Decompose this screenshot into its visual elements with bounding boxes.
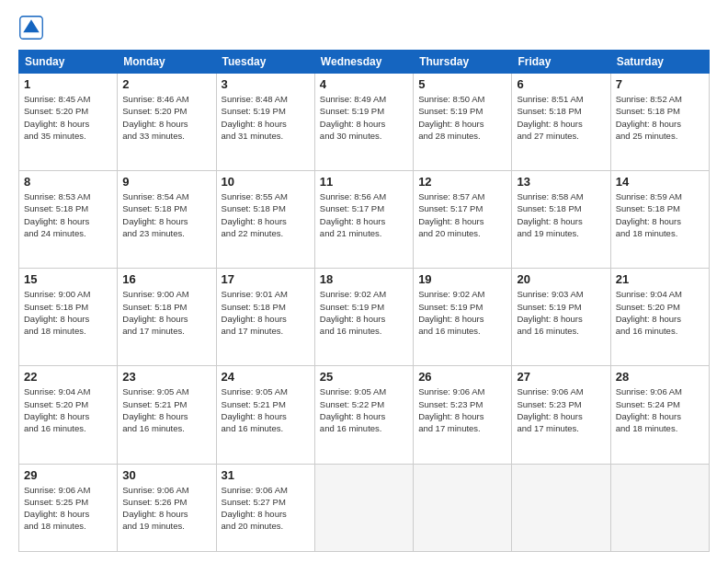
day-number: 12	[418, 175, 506, 189]
calendar-cell: 22Sunrise: 9:04 AMSunset: 5:20 PMDayligh…	[19, 366, 118, 464]
day-info: Sunrise: 9:01 AMSunset: 5:18 PMDaylight:…	[222, 288, 310, 337]
day-info: Sunrise: 9:06 AMSunset: 5:27 PMDaylight:…	[222, 484, 310, 533]
day-number: 16	[122, 272, 210, 286]
calendar-cell: 7Sunrise: 8:52 AMSunset: 5:18 PMDaylight…	[610, 74, 709, 171]
logo	[18, 15, 48, 40]
calendar-cell: 20Sunrise: 9:03 AMSunset: 5:19 PMDayligh…	[512, 269, 610, 366]
day-info: Sunrise: 9:06 AMSunset: 5:25 PMDaylight:…	[24, 484, 112, 533]
weekday-header: Tuesday	[216, 51, 314, 74]
day-number: 29	[24, 468, 112, 482]
day-info: Sunrise: 8:55 AMSunset: 5:18 PMDaylight:…	[222, 190, 310, 239]
logo-icon	[18, 15, 44, 40]
day-number: 2	[122, 77, 210, 91]
day-number: 15	[24, 272, 112, 286]
day-info: Sunrise: 9:06 AMSunset: 5:24 PMDaylight:…	[616, 385, 704, 434]
calendar-cell: 13Sunrise: 8:58 AMSunset: 5:18 PMDayligh…	[512, 171, 610, 269]
day-number: 11	[320, 175, 408, 189]
calendar-cell: 8Sunrise: 8:53 AMSunset: 5:18 PMDaylight…	[19, 171, 118, 269]
calendar-cell	[512, 464, 610, 552]
weekday-header: Thursday	[414, 51, 512, 74]
calendar-cell: 14Sunrise: 8:59 AMSunset: 5:18 PMDayligh…	[610, 171, 709, 269]
day-info: Sunrise: 8:46 AMSunset: 5:20 PMDaylight:…	[122, 93, 210, 142]
day-info: Sunrise: 9:00 AMSunset: 5:18 PMDaylight:…	[122, 288, 210, 337]
day-info: Sunrise: 8:48 AMSunset: 5:19 PMDaylight:…	[222, 93, 310, 142]
weekday-header: Friday	[512, 51, 610, 74]
calendar-cell: 9Sunrise: 8:54 AMSunset: 5:18 PMDaylight…	[118, 171, 216, 269]
day-number: 9	[122, 175, 210, 189]
calendar-cell	[314, 464, 413, 552]
day-info: Sunrise: 9:06 AMSunset: 5:23 PMDaylight:…	[517, 385, 605, 434]
day-number: 5	[418, 77, 506, 91]
day-number: 22	[24, 370, 112, 384]
calendar-cell: 10Sunrise: 8:55 AMSunset: 5:18 PMDayligh…	[216, 171, 314, 269]
calendar-cell: 4Sunrise: 8:49 AMSunset: 5:19 PMDaylight…	[314, 74, 413, 171]
calendar-cell: 2Sunrise: 8:46 AMSunset: 5:20 PMDaylight…	[118, 74, 216, 171]
day-info: Sunrise: 8:54 AMSunset: 5:18 PMDaylight:…	[122, 190, 210, 239]
day-number: 18	[320, 272, 408, 286]
calendar-cell: 26Sunrise: 9:06 AMSunset: 5:23 PMDayligh…	[414, 366, 512, 464]
calendar-cell: 12Sunrise: 8:57 AMSunset: 5:17 PMDayligh…	[414, 171, 512, 269]
day-number: 30	[122, 468, 210, 482]
day-info: Sunrise: 8:58 AMSunset: 5:18 PMDaylight:…	[517, 190, 605, 239]
day-info: Sunrise: 9:06 AMSunset: 5:26 PMDaylight:…	[122, 484, 210, 533]
day-number: 8	[24, 175, 112, 189]
calendar-cell	[610, 464, 709, 552]
day-number: 19	[418, 272, 506, 286]
calendar-cell: 11Sunrise: 8:56 AMSunset: 5:17 PMDayligh…	[314, 171, 413, 269]
day-info: Sunrise: 9:05 AMSunset: 5:21 PMDaylight:…	[222, 385, 310, 434]
calendar-cell: 5Sunrise: 8:50 AMSunset: 5:19 PMDaylight…	[414, 74, 512, 171]
day-info: Sunrise: 8:52 AMSunset: 5:18 PMDaylight:…	[616, 93, 704, 142]
day-number: 21	[616, 272, 704, 286]
day-number: 4	[320, 77, 408, 91]
day-number: 1	[24, 77, 112, 91]
calendar-cell: 19Sunrise: 9:02 AMSunset: 5:19 PMDayligh…	[414, 269, 512, 366]
calendar-cell: 28Sunrise: 9:06 AMSunset: 5:24 PMDayligh…	[610, 366, 709, 464]
day-info: Sunrise: 9:00 AMSunset: 5:18 PMDaylight:…	[24, 288, 112, 337]
day-info: Sunrise: 9:06 AMSunset: 5:23 PMDaylight:…	[418, 385, 506, 434]
calendar-cell: 16Sunrise: 9:00 AMSunset: 5:18 PMDayligh…	[118, 269, 216, 366]
day-info: Sunrise: 8:49 AMSunset: 5:19 PMDaylight:…	[320, 93, 408, 142]
calendar-cell: 24Sunrise: 9:05 AMSunset: 5:21 PMDayligh…	[216, 366, 314, 464]
day-info: Sunrise: 9:04 AMSunset: 5:20 PMDaylight:…	[616, 288, 704, 337]
day-number: 6	[517, 77, 605, 91]
day-info: Sunrise: 9:02 AMSunset: 5:19 PMDaylight:…	[320, 288, 408, 337]
calendar-cell	[414, 464, 512, 552]
calendar-table: SundayMondayTuesdayWednesdayThursdayFrid…	[18, 50, 710, 552]
calendar-cell: 29Sunrise: 9:06 AMSunset: 5:25 PMDayligh…	[19, 464, 118, 552]
calendar-cell: 15Sunrise: 9:00 AMSunset: 5:18 PMDayligh…	[19, 269, 118, 366]
weekday-header: Wednesday	[314, 51, 413, 74]
day-info: Sunrise: 9:04 AMSunset: 5:20 PMDaylight:…	[24, 385, 112, 434]
day-info: Sunrise: 9:03 AMSunset: 5:19 PMDaylight:…	[517, 288, 605, 337]
day-info: Sunrise: 8:53 AMSunset: 5:18 PMDaylight:…	[24, 190, 112, 239]
day-number: 14	[616, 175, 704, 189]
day-number: 27	[517, 370, 605, 384]
day-number: 25	[320, 370, 408, 384]
day-info: Sunrise: 9:05 AMSunset: 5:21 PMDaylight:…	[122, 385, 210, 434]
calendar-cell: 18Sunrise: 9:02 AMSunset: 5:19 PMDayligh…	[314, 269, 413, 366]
header	[18, 15, 710, 40]
day-info: Sunrise: 8:59 AMSunset: 5:18 PMDaylight:…	[616, 190, 704, 239]
day-number: 28	[616, 370, 704, 384]
day-number: 17	[222, 272, 310, 286]
calendar-cell: 6Sunrise: 8:51 AMSunset: 5:18 PMDaylight…	[512, 74, 610, 171]
day-number: 20	[517, 272, 605, 286]
day-number: 24	[222, 370, 310, 384]
calendar-cell: 1Sunrise: 8:45 AMSunset: 5:20 PMDaylight…	[19, 74, 118, 171]
day-info: Sunrise: 9:02 AMSunset: 5:19 PMDaylight:…	[418, 288, 506, 337]
day-number: 3	[222, 77, 310, 91]
day-number: 7	[616, 77, 704, 91]
calendar-cell: 31Sunrise: 9:06 AMSunset: 5:27 PMDayligh…	[216, 464, 314, 552]
day-number: 26	[418, 370, 506, 384]
calendar-cell: 25Sunrise: 9:05 AMSunset: 5:22 PMDayligh…	[314, 366, 413, 464]
calendar-cell: 3Sunrise: 8:48 AMSunset: 5:19 PMDaylight…	[216, 74, 314, 171]
calendar-cell: 17Sunrise: 9:01 AMSunset: 5:18 PMDayligh…	[216, 269, 314, 366]
day-number: 31	[222, 468, 310, 482]
day-info: Sunrise: 8:50 AMSunset: 5:19 PMDaylight:…	[418, 93, 506, 142]
day-info: Sunrise: 9:05 AMSunset: 5:22 PMDaylight:…	[320, 385, 408, 434]
calendar-cell: 21Sunrise: 9:04 AMSunset: 5:20 PMDayligh…	[610, 269, 709, 366]
weekday-header: Monday	[118, 51, 216, 74]
day-info: Sunrise: 8:56 AMSunset: 5:17 PMDaylight:…	[320, 190, 408, 239]
calendar-cell: 23Sunrise: 9:05 AMSunset: 5:21 PMDayligh…	[118, 366, 216, 464]
calendar-cell: 30Sunrise: 9:06 AMSunset: 5:26 PMDayligh…	[118, 464, 216, 552]
day-number: 13	[517, 175, 605, 189]
